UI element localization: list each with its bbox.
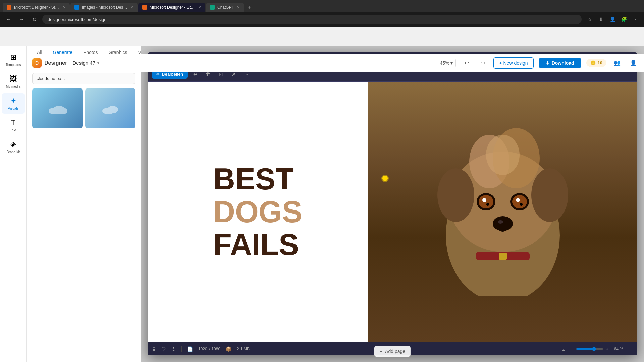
thumb-1[interactable] [32, 88, 83, 128]
best-dogs-text: BEST DOGS FAILS [203, 154, 312, 270]
zoom-percent-label: 45% [440, 60, 449, 66]
sidebar-item-templates[interactable]: ⊞ Templates [2, 50, 25, 70]
tab-close-3[interactable]: ✕ [198, 5, 201, 10]
text-icon: T [11, 118, 15, 127]
logo-icon: D [32, 58, 42, 68]
dog-image [368, 82, 637, 342]
panel-content: Generate an im... [27, 60, 141, 362]
design-name[interactable]: Design 47 ▾ [72, 60, 99, 66]
my-media-icon: 🖼 [10, 75, 17, 83]
sidebar-item-text[interactable]: T Text [2, 115, 25, 135]
svg-point-18 [486, 203, 489, 206]
svg-point-16 [482, 198, 486, 202]
svg-rect-23 [499, 253, 507, 260]
zoom-slider[interactable] [576, 348, 603, 350]
bottom-bar-clock-icon[interactable]: ⏱ [171, 346, 176, 352]
svg-point-11 [531, 168, 568, 222]
fullscreen-icon[interactable]: ⛶ [629, 346, 633, 352]
sidebar-item-visuals[interactable]: ✦ Visuals [2, 93, 25, 114]
sidebar-item-brand[interactable]: ◈ Brand kit [2, 137, 25, 157]
sidebar: ⊞ Templates 🖼 My media ✦ Visuals T Text … [0, 46, 27, 362]
zoom-control: 45% ▾ [437, 59, 456, 67]
design-name-chevron: ▾ [97, 61, 99, 65]
download-button[interactable]: ⬇ Download [539, 58, 581, 68]
tab-close-2[interactable]: ✕ [130, 5, 133, 10]
zoom-value[interactable]: 45% ▾ [437, 59, 456, 67]
templates-label: Templates [6, 63, 21, 67]
app-header: D Designer Design 47 ▾ 45% ▾ ↩ ↪ + New d… [27, 54, 644, 72]
tab-favicon-2 [74, 5, 79, 10]
sidebar-item-my-media[interactable]: 🖼 My media [2, 71, 25, 92]
back-button[interactable]: ← [4, 15, 13, 24]
svg-point-20 [493, 216, 513, 231]
tab-title-1: Microsoft Designer - Stunning [14, 5, 60, 10]
new-tab-button[interactable]: + [245, 3, 254, 12]
browser-actions: ☆ ⬇ 👤 🧩 ⋮ [585, 15, 640, 24]
dimensions-value: 644 x 362 [198, 347, 220, 351]
address-input[interactable] [42, 15, 582, 24]
brand-icon: ◈ [10, 140, 16, 149]
menu-button[interactable]: ⋮ [631, 15, 640, 24]
tab-title-4: ChatGPT [217, 5, 234, 10]
profile-button[interactable]: 👤 [608, 15, 617, 24]
file-size-info: 2.1 MB [237, 347, 250, 351]
download-icon: ⬇ [546, 60, 550, 66]
add-page-area[interactable]: + Add page [374, 346, 411, 357]
refresh-button[interactable]: ↻ [30, 15, 39, 24]
edit-icon: ✏ [156, 72, 160, 77]
tab-close-1[interactable]: ✕ [63, 5, 66, 10]
star-button[interactable]: ☆ [585, 15, 594, 24]
viewer-image-left: BEST DOGS FAILS [148, 82, 368, 342]
panel: All Generate Photos Graphics Videos Gene… [27, 46, 141, 362]
canvas-area[interactable]: ✕ — □ Design 47.png ✏ 🎨 ☁ _ ⛶ ✕ ✏ Bearbe… [141, 46, 644, 362]
zoom-out-icon[interactable]: − [571, 346, 574, 352]
bottom-bar-screen-icon[interactable]: 🖥 [152, 346, 156, 352]
tab-title-3: Microsoft Designer - Stunning [150, 5, 196, 10]
zoom-in-icon[interactable]: + [606, 346, 608, 352]
bottom-bar-heart-icon[interactable]: ♡ [162, 346, 166, 352]
visuals-label: Visuals [8, 107, 18, 110]
points-coin-icon: 🪙 [590, 60, 596, 65]
browser-chrome: Microsoft Designer - Stunning ✕ Images -… [0, 0, 644, 27]
new-design-button[interactable]: + New design [493, 57, 533, 69]
tab-3[interactable]: Microsoft Designer - Stunning ✕ [138, 3, 205, 12]
tab-close-4[interactable]: ✕ [237, 5, 240, 10]
forward-button[interactable]: → [17, 15, 26, 24]
brand-label: Brand kit [7, 150, 20, 154]
undo-button[interactable]: ↩ [461, 58, 472, 68]
redo-button[interactable]: ↪ [477, 58, 488, 68]
zoom-fit-icon[interactable]: ⊡ [561, 346, 566, 352]
tab-2[interactable]: Images - Microsoft Designer ✕ [70, 3, 138, 12]
add-page-icon: + [380, 349, 382, 354]
separator-1 [181, 346, 182, 352]
best-text: BEST [213, 164, 302, 194]
thumb-2[interactable] [85, 88, 136, 128]
app-logo: D Designer [32, 58, 67, 68]
viewer-image-right [368, 82, 637, 342]
tab-4[interactable]: ChatGPT ✕ [206, 3, 244, 12]
profile-app-button[interactable]: 👤 [628, 58, 639, 68]
tab-favicon-3 [142, 5, 147, 10]
extensions-button[interactable]: 🧩 [619, 15, 629, 24]
share-button[interactable]: 👥 [612, 58, 623, 68]
address-bar: ← → ↻ ☆ ⬇ 👤 🧩 ⋮ [0, 12, 644, 27]
zoom-percent: 64 % [614, 347, 623, 351]
svg-point-9 [486, 135, 520, 175]
bottom-bar-info-icon: 📄 [187, 346, 193, 352]
dimensions-info: 644 x 362 [198, 347, 220, 351]
zoom-slider-area[interactable]: − + [571, 346, 608, 352]
svg-point-19 [520, 203, 523, 206]
app-container: D Designer Design 47 ▾ 45% ▾ ↩ ↪ + New d… [0, 27, 644, 362]
generate-input[interactable] [32, 73, 135, 84]
templates-icon: ⊞ [10, 53, 16, 62]
fails-text: FAILS [213, 230, 302, 260]
download-label: Download [552, 60, 574, 66]
tab-favicon-1 [7, 5, 11, 10]
main-content: All Generate Photos Graphics Videos Gene… [27, 46, 644, 362]
tab-1[interactable]: Microsoft Designer - Stunning ✕ [3, 3, 70, 12]
dog-face-svg [436, 128, 570, 296]
svg-point-21 [498, 220, 503, 224]
points-badge: 🪙 10 [586, 59, 606, 67]
design-name-label: Design 47 [72, 60, 95, 66]
download-action-button[interactable]: ⬇ [596, 15, 606, 24]
